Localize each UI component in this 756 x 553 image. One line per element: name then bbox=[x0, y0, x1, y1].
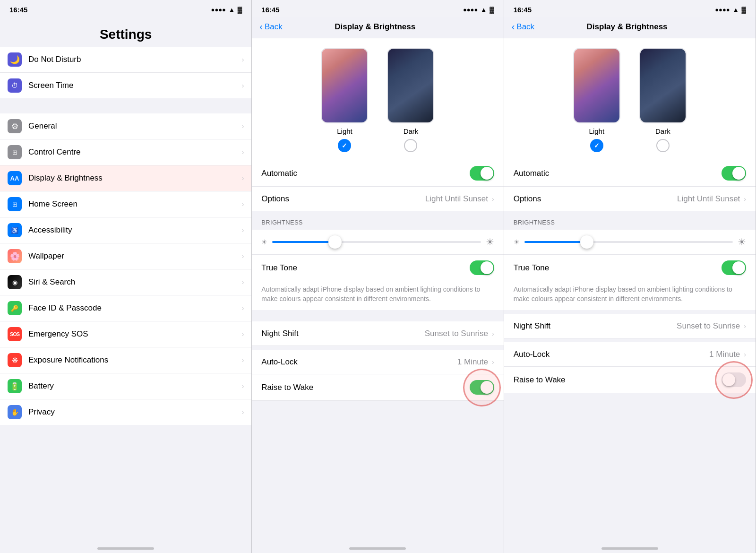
options-row-1[interactable]: Options Light Until Sunset › bbox=[252, 187, 503, 211]
status-icons-db2: ●●●● ▲ ▓ bbox=[715, 6, 746, 13]
sidebar-item-battery[interactable]: 🔋 Battery › bbox=[0, 373, 251, 399]
raise-to-wake-label-2: Raise to Wake bbox=[514, 375, 722, 385]
settings-group-1: 🌙 Do Not Disturb › ⏱ Screen Time › bbox=[0, 47, 251, 98]
automatic-toggle-2[interactable] bbox=[722, 166, 746, 181]
sidebar-item-siri-search[interactable]: ◉ Siri & Search › bbox=[0, 269, 251, 295]
sidebar-item-privacy[interactable]: ✋ Privacy › bbox=[0, 399, 251, 425]
sidebar-item-exposure[interactable]: ❋ Exposure Notifications › bbox=[0, 347, 251, 373]
home-indicator-db2 bbox=[504, 544, 756, 553]
true-tone-toggle-1[interactable] bbox=[470, 260, 494, 275]
display-brightness-panel-1: 16:45 ●●●● ▲ ▓ ‹ Back Display & Brightne… bbox=[252, 0, 504, 553]
automatic-toggle-1[interactable] bbox=[470, 166, 494, 181]
appearance-section-1: Light Dark bbox=[252, 38, 503, 160]
options-chevron-2: › bbox=[744, 195, 746, 203]
light-wallpaper-inner bbox=[322, 49, 367, 122]
back-button-db2[interactable]: ‹ Back bbox=[512, 21, 534, 32]
chevron-icon: › bbox=[242, 330, 244, 338]
light-wallpaper-inner-2 bbox=[574, 49, 619, 122]
brightness-slider-2[interactable] bbox=[524, 241, 733, 243]
brightness-thumb-2[interactable] bbox=[580, 235, 593, 249]
night-shift-group-2: Night Shift Sunset to Sunrise › bbox=[504, 314, 756, 338]
sidebar-item-control-centre[interactable]: ⊞ Control Centre › bbox=[0, 139, 251, 165]
sidebar-item-face-id[interactable]: 🔑 Face ID & Passcode › bbox=[0, 295, 251, 321]
raise-to-wake-thumb-1 bbox=[481, 381, 493, 394]
signal-icon-db1: ●●●● bbox=[463, 6, 478, 13]
home-screen-icon: ⊞ bbox=[8, 197, 22, 211]
night-shift-row-2[interactable]: Night Shift Sunset to Sunrise › bbox=[504, 314, 756, 338]
status-time: 16:45 bbox=[9, 6, 27, 14]
light-label-2: Light bbox=[589, 127, 605, 135]
chevron-icon: › bbox=[242, 82, 244, 89]
brightness-slider-1[interactable] bbox=[272, 241, 481, 243]
siri-search-icon: ◉ bbox=[8, 275, 22, 289]
back-chevron-icon: ‹ bbox=[259, 21, 263, 32]
control-centre-icon: ⊞ bbox=[8, 145, 22, 159]
raise-to-wake-thumb-2 bbox=[722, 373, 735, 386]
do-not-disturb-icon: 🌙 bbox=[8, 52, 22, 67]
raise-to-wake-toggle-2[interactable] bbox=[722, 372, 746, 387]
raise-to-wake-row-2: Raise to Wake bbox=[504, 367, 756, 393]
sidebar-item-general[interactable]: ⚙ General › bbox=[0, 113, 251, 139]
status-bar-db2: 16:45 ●●●● ▲ ▓ bbox=[504, 0, 756, 17]
accessibility-icon: ♿ bbox=[8, 223, 22, 237]
section-divider-1 bbox=[0, 98, 251, 113]
sidebar-item-display-brightness[interactable]: AA Display & Brightness › bbox=[0, 165, 251, 191]
settings-group-2: ⚙ General › ⊞ Control Centre › AA Displa… bbox=[0, 113, 251, 425]
true-tone-label-2: True Tone bbox=[514, 263, 722, 273]
true-tone-label-1: True Tone bbox=[261, 263, 469, 273]
appearance-light-option[interactable]: Light bbox=[321, 48, 368, 152]
db-content-2: Light Dark Automatic bbox=[504, 38, 756, 544]
dark-label-2: Dark bbox=[655, 127, 670, 135]
battery-icon-db1: ▓ bbox=[490, 6, 494, 13]
options-value-2: Light Until Sunset bbox=[677, 194, 740, 204]
sidebar-item-wallpaper[interactable]: 🌸 Wallpaper › bbox=[0, 243, 251, 269]
auto-lock-row-2[interactable]: Auto-Lock 1 Minute › bbox=[504, 342, 756, 367]
chevron-icon: › bbox=[242, 148, 244, 156]
auto-lock-value-1: 1 Minute bbox=[457, 357, 488, 367]
signal-icon-db2: ●●●● bbox=[715, 6, 730, 13]
auto-lock-label-1: Auto-Lock bbox=[261, 357, 457, 367]
chevron-icon: › bbox=[242, 174, 244, 182]
dark-wallpaper-preview bbox=[387, 48, 434, 123]
nav-title-db2: Display & Brightness bbox=[534, 22, 720, 32]
options-label-1: Options bbox=[261, 194, 425, 204]
night-shift-label-2: Night Shift bbox=[514, 321, 677, 331]
appearance-section-2: Light Dark bbox=[504, 38, 756, 160]
true-tone-desc-1: Automatically adapt iPhone display based… bbox=[252, 281, 503, 310]
light-radio-selected-2[interactable] bbox=[590, 139, 603, 152]
nav-bar-db1: ‹ Back Display & Brightness bbox=[252, 17, 503, 38]
auto-lock-row-1[interactable]: Auto-Lock 1 Minute › bbox=[252, 350, 503, 374]
true-tone-row-1: True Tone bbox=[252, 255, 503, 281]
true-tone-row-2: True Tone bbox=[504, 255, 756, 281]
automatic-label-1: Automatic bbox=[261, 169, 469, 178]
back-button-db1[interactable]: ‹ Back bbox=[259, 21, 282, 32]
appearance-light-option-2[interactable]: Light bbox=[573, 48, 620, 152]
brightness-thumb-1[interactable] bbox=[328, 235, 342, 249]
sidebar-item-screen-time[interactable]: ⏱ Screen Time › bbox=[0, 73, 251, 98]
true-tone-group-1: True Tone Automatically adapt iPhone dis… bbox=[252, 255, 503, 310]
screen-time-label: Screen Time bbox=[28, 81, 242, 90]
sidebar-item-emergency-sos[interactable]: SOS Emergency SOS › bbox=[0, 321, 251, 347]
sidebar-item-do-not-disturb[interactable]: 🌙 Do Not Disturb › bbox=[0, 47, 251, 73]
appearance-dark-option[interactable]: Dark bbox=[387, 48, 434, 152]
settings-list: 🌙 Do Not Disturb › ⏱ Screen Time › ⚙ Gen… bbox=[0, 47, 251, 544]
emergency-sos-label: Emergency SOS bbox=[28, 329, 242, 339]
dark-radio-2[interactable] bbox=[656, 139, 670, 152]
nav-bar-db2: ‹ Back Display & Brightness bbox=[504, 17, 756, 38]
true-tone-toggle-2[interactable] bbox=[722, 260, 746, 275]
appearance-dark-option-2[interactable]: Dark bbox=[639, 48, 687, 152]
true-tone-group-2: True Tone Automatically adapt iPhone dis… bbox=[504, 255, 756, 310]
auto-lock-label-2: Auto-Lock bbox=[514, 350, 709, 359]
sidebar-item-accessibility[interactable]: ♿ Accessibility › bbox=[0, 217, 251, 243]
sidebar-item-home-screen[interactable]: ⊞ Home Screen › bbox=[0, 191, 251, 217]
automatic-label-2: Automatic bbox=[514, 169, 722, 178]
raise-to-wake-toggle-1[interactable] bbox=[470, 380, 494, 395]
light-radio-selected[interactable] bbox=[338, 139, 351, 152]
status-bar-settings: 16:45 ●●●● ▲ ▓ bbox=[0, 0, 251, 17]
options-row-2[interactable]: Options Light Until Sunset › bbox=[504, 187, 756, 211]
dark-radio[interactable] bbox=[404, 139, 417, 152]
night-shift-row-1[interactable]: Night Shift Sunset to Sunrise › bbox=[252, 321, 503, 346]
raise-to-wake-label-1: Raise to Wake bbox=[261, 383, 469, 392]
status-bar-db1: 16:45 ●●●● ▲ ▓ bbox=[252, 0, 503, 17]
wifi-icon-db2: ▲ bbox=[733, 6, 739, 13]
